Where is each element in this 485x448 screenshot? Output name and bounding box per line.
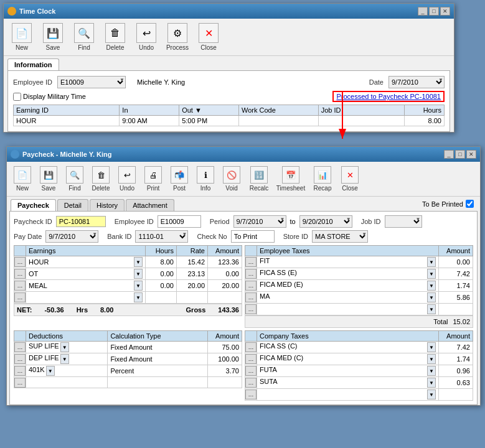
pc-new-button[interactable]: 📄 New [11,164,34,194]
ded-amount-2: 100.00 [208,353,242,365]
ded-header-amount: Amount [208,331,242,342]
ded-calc-4 [108,377,208,388]
new-button[interactable]: 📄 New [7,21,36,53]
d3-btn[interactable]: … [14,366,26,376]
employee-id-select[interactable]: E10009 [57,76,126,88]
tab-information[interactable]: Information [7,58,59,70]
pc-minimize-button[interactable]: _ [444,150,454,159]
tab-attachment[interactable]: Attachment [126,199,174,211]
ded-dd-1[interactable]: ▼ [60,342,69,352]
ct-dd-3[interactable]: ▼ [427,366,436,376]
ct5-btn[interactable]: … [245,390,257,399]
pc-save-button[interactable]: 💾 Save [37,164,60,194]
pc-timesheet-button[interactable]: 📅 Timesheet [275,164,307,194]
pc-print-button[interactable]: 🖨 Print [141,164,165,194]
delete-button[interactable]: 🗑 Delete [101,21,129,53]
pc-close-button[interactable]: ✕ [466,150,476,159]
job-id-select[interactable] [385,215,422,228]
e2-btn[interactable]: … [14,268,26,280]
ct-dd-5[interactable]: ▼ [427,390,436,399]
pc-close-btn[interactable]: ✕ Close [338,164,362,194]
tab-detail[interactable]: Detail [57,199,88,211]
ded-dd-3[interactable]: ▼ [46,366,55,376]
date-select[interactable]: 9/7/2010 [388,76,445,88]
ct-dd-2[interactable]: ▼ [427,354,436,364]
employee-name: Michelle Y. King [137,78,185,86]
undo-button[interactable]: ↩ Undo [132,21,161,53]
earnings-row-btn[interactable]: … [14,256,26,268]
pc-void-button[interactable]: 🚫 Void [220,164,243,194]
employee-id-input-pc[interactable] [158,215,201,228]
period-label: Period [210,218,230,225]
earnings-col-btn[interactable]: … [14,257,26,267]
ded-desc-3: 401K [29,366,45,376]
ct4-btn[interactable]: … [245,378,257,388]
tab-paycheck[interactable]: Paycheck [11,199,56,211]
et2-btn[interactable]: … [245,269,257,279]
et5-btn[interactable]: … [245,304,257,314]
new-icon: 📄 [12,23,32,43]
maximize-button[interactable]: □ [429,7,439,16]
gross-label: Gross [186,306,206,314]
e3-btn[interactable]: … [14,280,26,292]
bank-id-select[interactable]: 1110-01 [135,230,188,243]
pc-find-button[interactable]: 🔍 Find [63,164,87,194]
processed-link[interactable]: Processed to Paycheck PC-10081 [332,91,445,102]
col-job-id: Job ID [318,105,404,116]
tab-history[interactable]: History [90,199,125,211]
save-button[interactable]: 💾 Save [39,21,67,53]
to-be-printed-checkbox[interactable] [466,200,474,208]
pc-undo-button[interactable]: ↩ Undo [115,164,139,194]
earnings-dd-1[interactable]: ▼ [134,257,143,267]
close-button[interactable]: ✕ [440,7,450,16]
pc-recap-button[interactable]: 📊 Recap [309,164,336,194]
d4-btn[interactable]: … [14,378,26,388]
ct-dd-4[interactable]: ▼ [427,378,436,388]
earnings-dd-3[interactable]: ▼ [134,281,143,291]
employee-id-label-pc: Employee ID [115,218,154,225]
pc-recalc-button[interactable]: 🔢 Recalc [246,164,272,194]
earnings-dd-4[interactable]: ▼ [134,292,143,302]
e4-btn[interactable]: … [14,292,26,304]
find-button[interactable]: 🔍 Find [70,21,98,53]
military-time-label[interactable]: Display Military Time [13,93,86,101]
ct-row-4: … SUTA ▼ 0.63 [245,377,473,389]
et-dd-5[interactable]: ▼ [427,304,436,314]
ct2-btn[interactable]: … [245,354,257,364]
minimize-button[interactable]: _ [418,7,428,16]
period-to-select[interactable]: 9/20/2010 [299,215,352,228]
ct1-btn[interactable]: … [245,342,257,352]
store-id-select[interactable]: MA STORE [312,230,368,243]
check-no-input[interactable] [231,230,275,243]
ded-row-4: … [14,377,242,388]
ct3-btn[interactable]: … [245,366,257,376]
process-button[interactable]: ⚙ Process [163,21,192,53]
period-from-select[interactable]: 9/7/2010 [233,215,286,228]
ded-dd-2[interactable]: ▼ [60,354,69,364]
ct-amount-3: 0.96 [439,365,473,377]
emp-tax-row-4: … MA ▼ 5.86 [245,292,473,304]
ct-desc-4: SUTA [260,378,278,388]
et4-btn[interactable]: … [245,292,257,302]
et1-btn[interactable]: … [245,257,257,267]
et-dd-3[interactable]: ▼ [427,281,436,291]
d1-btn[interactable]: … [14,342,26,352]
pc-delete-button[interactable]: 🗑 Delete [89,164,113,194]
pc-timesheet-icon: 📅 [282,166,299,184]
pc-info-button[interactable]: ℹ Info [194,164,217,194]
close-tc-button[interactable]: ✕ Close [194,21,223,53]
find-label: Find [78,44,90,51]
et3-btn[interactable]: … [245,281,257,291]
ct-dd-1[interactable]: ▼ [427,342,436,352]
d2-btn[interactable]: … [14,354,26,364]
pc-maximize-button[interactable]: □ [455,150,465,159]
pc-post-button[interactable]: 📬 Post [167,164,191,194]
et-dd-4[interactable]: ▼ [427,292,436,302]
et-dd-1[interactable]: ▼ [427,257,436,267]
military-time-checkbox[interactable] [13,93,21,101]
paycheck-id-input[interactable]: PC-10081 [56,216,106,227]
pay-date-select[interactable]: 9/7/2010 [45,230,98,243]
earnings-dd-2[interactable]: ▼ [134,269,143,279]
et-dd-2[interactable]: ▼ [427,269,436,279]
et-amount-5 [439,304,473,315]
